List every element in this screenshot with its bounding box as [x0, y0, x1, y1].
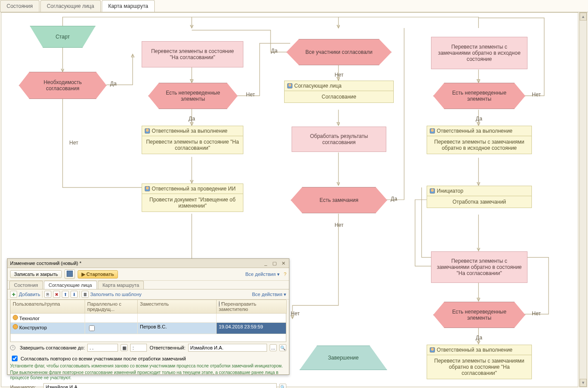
- edge-no-3: Нет: [335, 72, 343, 78]
- edge-no-6: Нет: [532, 310, 541, 317]
- edge-no-5: Нет: [532, 92, 541, 98]
- table-row[interactable]: Конструктор Петров В.С. 19.04.2018 23:59…: [11, 323, 286, 334]
- close-icon[interactable]: ✕: [280, 260, 286, 266]
- scroll-up-button[interactable]: ▲: [580, 13, 587, 21]
- hint-text-1: Установите флаг, чтобы согласовывать изм…: [7, 363, 289, 370]
- date-input[interactable]: . .: [87, 344, 118, 352]
- add-label[interactable]: Добавить: [19, 292, 40, 297]
- edge-yes-5: Да: [476, 116, 482, 122]
- user-icon: [430, 188, 435, 194]
- edge-yes-1: Да: [110, 81, 117, 87]
- time-input[interactable]: :: [130, 344, 147, 352]
- col-user[interactable]: Пользователь/группа: [11, 300, 85, 314]
- scrollbar-v[interactable]: ▲ ▼: [579, 12, 587, 387]
- table-row[interactable]: Технолог: [11, 314, 286, 323]
- search-button[interactable]: 🔍: [279, 344, 286, 351]
- save-icon: [67, 271, 73, 277]
- node-initiator[interactable]: Инициатор Отработка замечаний: [427, 186, 532, 208]
- complete-before-label: Завершить согласование до:: [20, 345, 85, 350]
- edge-yes-6: Да: [476, 335, 482, 341]
- task-head: Инициатор: [437, 188, 463, 194]
- person-icon: [13, 315, 18, 320]
- node-start[interactable]: Старт: [30, 26, 96, 48]
- user-icon: [287, 83, 292, 88]
- save-button[interactable]: [64, 269, 75, 279]
- node-resp-exec-3[interactable]: Ответственный за выполнение Перевести эл…: [427, 345, 532, 379]
- initiator-label: Инициатор:: [10, 384, 41, 388]
- dialog-change-states: Изменение состояний (новый) * _ ▢ ✕ Запи…: [7, 258, 289, 375]
- responsible-input[interactable]: Измайлов И.А.: [188, 344, 267, 352]
- reapprove-label: Согласовать повторно со всеми участникам…: [21, 356, 186, 361]
- node-has-remarks[interactable]: Есть замечания: [291, 187, 387, 213]
- task-body: Согласование: [285, 91, 393, 102]
- node-has-untranslated[interactable]: Есть непереведенные элементы: [148, 83, 238, 109]
- dlg-tab-approvers[interactable]: Согласующие лица: [44, 281, 97, 289]
- user-icon: [430, 128, 435, 134]
- col-deputy[interactable]: Заместитель: [138, 300, 217, 314]
- move-down-button[interactable]: ⬇: [71, 291, 78, 298]
- clock-icon: [10, 345, 15, 350]
- app-root: Состояния Согласующие лица Карта маршрут…: [0, 0, 588, 388]
- copy-button[interactable]: ⎘: [44, 291, 51, 298]
- node-resp-exec-2[interactable]: Ответственный за выполнение Перевести эл…: [427, 126, 532, 154]
- node-has-untranslated-2[interactable]: Есть непереведенные элементы: [433, 83, 525, 109]
- dlg-tab-route[interactable]: Карта маршрута: [98, 281, 144, 289]
- node-approvers[interactable]: Согласующие лица Согласование: [284, 81, 394, 103]
- tab-route-map[interactable]: Карта маршрута: [102, 0, 155, 12]
- main-tabs: Состояния Согласующие лица Карта маршрут…: [0, 0, 588, 12]
- node-resp-ii[interactable]: Ответственный за проведение ИИ Провести …: [142, 183, 243, 212]
- node-move-to-approval[interactable]: Перевести элементы в состояние "На согла…: [142, 41, 243, 67]
- maximize-icon[interactable]: ▢: [271, 260, 278, 266]
- node-move-back[interactable]: Перевести элементы с замечаниями обратно…: [431, 37, 527, 69]
- end-label: Завершение: [328, 355, 359, 361]
- col-redirect[interactable]: Перенаправить заместителю: [217, 300, 287, 314]
- dlg-tab-states[interactable]: Состояния: [9, 281, 43, 289]
- list-toolbar: ✚ Добавить ⎘ ✖ ⬆ ⬇ ≣ Заполнить по шаблон…: [7, 289, 289, 300]
- list-all-actions[interactable]: Все действия ▾: [252, 292, 286, 297]
- dialog-titlebar[interactable]: Изменение состояний (новый) * _ ▢ ✕: [7, 259, 289, 268]
- scroll-down-button[interactable]: ▼: [580, 379, 587, 387]
- node-has-untranslated-3[interactable]: Есть непереведенные элементы: [433, 302, 525, 328]
- save-close-button[interactable]: Записать и закрыть: [10, 270, 62, 278]
- task-body: Перевести элементы с замечаниями обратно…: [427, 136, 531, 154]
- all-actions-menu[interactable]: Все действия ▾ ?: [245, 272, 286, 277]
- dialog-tabs: Состояния Согласующие лица Карта маршрут…: [7, 281, 289, 289]
- add-button[interactable]: ✚: [10, 291, 17, 298]
- tab-states[interactable]: Состояния: [0, 0, 39, 12]
- delete-button[interactable]: ✖: [53, 291, 60, 298]
- node-move-back-2[interactable]: Перевести элементы с замечаниями обратно…: [431, 251, 527, 283]
- task-body: Провести документ "Извещение об изменени…: [142, 194, 243, 212]
- node-process-results[interactable]: Обработать результаты согласования: [292, 127, 386, 152]
- task-body: Перевести элементы в состояние "На согла…: [142, 136, 243, 154]
- move-up-button[interactable]: ⬆: [62, 291, 69, 298]
- node-all-approved[interactable]: Все участники согласовали: [286, 39, 392, 65]
- hint-text-2: При выключенном флаге повторное согласов…: [7, 370, 289, 382]
- user-icon: [145, 128, 150, 134]
- task-head: Ответственный за проведение ИИ: [152, 186, 235, 192]
- node-need-approval[interactable]: Необходимость согласования: [19, 72, 107, 99]
- parallel-checkbox[interactable]: [89, 325, 95, 331]
- date-picker-button[interactable]: ▦: [121, 344, 128, 351]
- node-resp-exec[interactable]: Ответственный за выполнение Перевести эл…: [142, 126, 243, 154]
- task-head: Ответственный за выполнение: [437, 128, 513, 134]
- col-parallel[interactable]: Параллельно с предыдущ...: [85, 300, 138, 314]
- initiator-input[interactable]: Измайлов И.А.: [43, 383, 277, 388]
- minimize-icon[interactable]: _: [263, 260, 269, 266]
- approvers-grid[interactable]: Пользователь/группа Параллельно с предыд…: [10, 300, 286, 342]
- task-body: Отработка замечаний: [427, 196, 531, 208]
- person-icon: [13, 324, 18, 329]
- task-head: Ответственный за выполнение: [437, 347, 513, 353]
- select-button[interactable]: …: [270, 344, 277, 351]
- node-end[interactable]: Завершение: [299, 346, 387, 370]
- initiator-row: Инициатор: Измайлов И.А. 🔍: [7, 382, 289, 388]
- edge-no-ext: Нет: [291, 310, 299, 317]
- help-icon[interactable]: ?: [284, 272, 286, 277]
- fill-template-button[interactable]: Заполнить по шаблону: [90, 292, 142, 297]
- search-button-2[interactable]: 🔍: [279, 384, 286, 388]
- start-button[interactable]: ▶ Стартовать: [78, 270, 118, 279]
- tab-approvers[interactable]: Согласующие лица: [40, 0, 101, 12]
- reapprove-checkbox[interactable]: [12, 356, 18, 361]
- fill-template-icon[interactable]: ≣: [82, 291, 89, 298]
- edge-no-4: Нет: [335, 222, 343, 228]
- edge-yes-2: Да: [189, 116, 195, 122]
